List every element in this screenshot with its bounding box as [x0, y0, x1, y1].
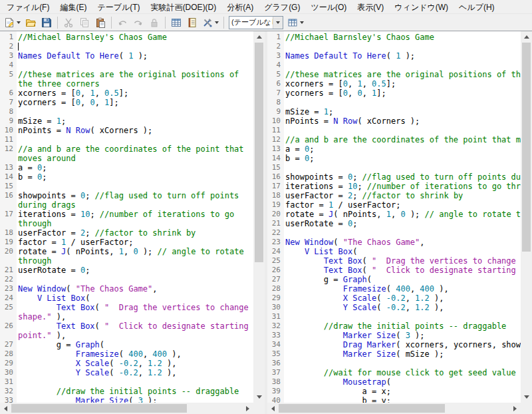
right-horizontal-scrollbar[interactable] — [267, 403, 521, 414]
code-line-text[interactable] — [284, 312, 521, 321]
left-vertical-scrollbar[interactable] — [253, 31, 265, 403]
right-hscroll-right-button[interactable] — [509, 403, 521, 414]
code-line-text[interactable]: Names Default To Here( 1 ); — [284, 51, 521, 61]
code-line[interactable]: 16showpoints = 0; //flag used to turn of… — [267, 172, 521, 182]
code-line[interactable]: 7ycorners = [0, 0, 1]; — [267, 89, 521, 98]
code-line-text[interactable]: Marker Size( mSize ); — [284, 349, 521, 359]
left-hscroll-left-button[interactable] — [0, 403, 11, 414]
code-line[interactable]: 14b = 0; — [267, 154, 521, 163]
code-line-text[interactable]: g = Graph( — [17, 340, 253, 349]
code-line-text[interactable]: X Scale( -0.2, 1.2 ), — [284, 294, 521, 303]
code-line[interactable]: 26 Text Box( " Click to designate starti… — [0, 321, 253, 340]
code-line-text[interactable]: mSize = 1; — [17, 116, 253, 126]
code-line-text[interactable]: //a and b are the coordinates of the poi… — [17, 144, 253, 163]
code-line-text[interactable]: //draw the initial points -- draggable — [17, 387, 253, 396]
code-line[interactable]: 20rotate = J( nPoints, 1, 0 ); // angle … — [0, 247, 253, 266]
redo-button[interactable] — [130, 15, 146, 30]
menu-item-9[interactable]: ヘルプ(H) — [454, 0, 500, 13]
code-line[interactable]: 32 //draw the initial points -- draggabl… — [0, 387, 253, 396]
code-line-text[interactable]: //a and b are the coordinates of the poi… — [284, 135, 521, 144]
code-line-text[interactable] — [17, 42, 253, 51]
code-line-text[interactable]: Framesize( 400, 400 ), — [284, 284, 521, 294]
code-line[interactable]: 32 //draw the initial points -- draggabl… — [267, 321, 521, 331]
code-line[interactable]: 18userFactor = 2; //factor to shrink by — [0, 228, 253, 238]
code-line[interactable]: 6xcorners = [0, 1, 0.5]; — [267, 79, 521, 89]
code-line[interactable]: 33 Marker Size( 3 ); — [0, 396, 253, 403]
code-line-text[interactable] — [17, 135, 253, 144]
right-hscroll-track[interactable] — [279, 403, 509, 414]
code-line-text[interactable]: b = 0; — [17, 172, 253, 182]
code-line-text[interactable] — [284, 98, 521, 107]
code-line-text[interactable]: New Window( "The Chaos Game", — [17, 284, 253, 294]
code-line-text[interactable]: iterations = 10; //number of iterations … — [17, 210, 253, 228]
code-line[interactable]: 40 b = y; — [267, 396, 521, 403]
code-line[interactable]: 1//Michael Barnsley's Chaos Game — [267, 33, 521, 42]
right-vscroll-up-button[interactable] — [521, 31, 532, 43]
code-line[interactable]: 17iterations = 10; //number of iteration… — [0, 210, 253, 228]
code-line-text[interactable] — [284, 126, 521, 135]
right-vscroll-down-button[interactable] — [521, 391, 532, 403]
code-line-text[interactable]: nPoints = N Row( xCorners ); — [284, 116, 521, 126]
menu-item-6[interactable]: ツール(O) — [305, 0, 352, 13]
code-line-text[interactable]: userFactor = 2; //factor to shrink by — [17, 228, 253, 238]
code-line-text[interactable]: Framesize( 400, 400 ), — [17, 349, 253, 359]
code-line-text[interactable]: xcorners = [0, 1, 0.5]; — [17, 89, 253, 98]
code-line[interactable]: 23New Window( "The Chaos Game", — [0, 284, 253, 294]
code-line[interactable]: 10nPoints = N Row( xCorners ); — [267, 116, 521, 126]
code-line[interactable]: 27 g = Graph( — [0, 340, 253, 349]
code-line-text[interactable]: Text Box( " Drag the vertices to change … — [284, 256, 521, 266]
code-line[interactable]: 31 — [0, 377, 253, 387]
code-line[interactable]: 3Names Default To Here( 1 ); — [267, 51, 521, 61]
code-line[interactable]: 28 Framesize( 400, 400 ), — [267, 284, 521, 294]
code-line-text[interactable]: mSize = 1; — [284, 107, 521, 116]
left-vscroll-track[interactable] — [253, 43, 265, 391]
copy-button[interactable] — [76, 15, 92, 30]
code-line[interactable]: 23New Window( "The Chaos Game", — [267, 238, 521, 247]
code-line-text[interactable]: nPoints = N Row( xCorners ); — [17, 126, 253, 135]
code-line-text[interactable]: New Window( "The Chaos Game", — [284, 238, 521, 247]
right-vscroll-track[interactable] — [521, 43, 532, 391]
code-line[interactable]: 22 — [267, 228, 521, 238]
run-script-button[interactable] — [200, 15, 221, 30]
code-line[interactable]: 33 Marker Size( 3 ); — [267, 331, 521, 340]
code-line-text[interactable]: X Scale( -0.2, 1.2 ), — [17, 359, 253, 368]
right-vscroll-thumb[interactable] — [522, 43, 531, 252]
code-line-text[interactable]: V List Box( — [284, 247, 521, 256]
code-line-text[interactable]: Marker Size( 3 ); — [284, 331, 521, 340]
code-line[interactable]: 4 — [0, 61, 253, 70]
left-hscroll-track[interactable] — [11, 403, 242, 414]
code-line[interactable]: 1//Michael Barnsley's Chaos Game — [0, 33, 253, 42]
code-line-text[interactable]: //these matrices are the original positi… — [17, 70, 253, 89]
table-list-button[interactable] — [285, 15, 306, 30]
journal-button[interactable] — [184, 15, 200, 30]
code-line[interactable]: 34 Drag Marker( xcorners, ycorners, show… — [267, 340, 521, 349]
code-line[interactable]: 25 Text Box( " Drag the vertices to chan… — [0, 303, 253, 321]
right-code-area[interactable]: 1//Michael Barnsley's Chaos Game23Names … — [267, 31, 521, 403]
code-line-text[interactable]: userFactor = 2; //factor to shrink by — [284, 191, 521, 200]
code-line[interactable]: 29 X Scale( -0.2, 1.2 ), — [267, 294, 521, 303]
new-script-button[interactable] — [2, 15, 23, 30]
code-line[interactable]: 8 — [267, 98, 521, 107]
code-line-text[interactable]: Text Box( " Drag the vertices to change … — [17, 303, 253, 321]
code-line[interactable]: 18userFactor = 2; //factor to shrink by — [267, 191, 521, 200]
code-line[interactable]: 37 //wait for mouse click to get seed va… — [267, 368, 521, 377]
left-code-area[interactable]: 1//Michael Barnsley's Chaos Game23Names … — [0, 31, 253, 403]
code-line-text[interactable]: b = y; — [284, 396, 521, 403]
save-button[interactable] — [39, 15, 55, 30]
code-line-text[interactable]: Y Scale( -0.2, 1.2 ), — [17, 368, 253, 377]
code-line-text[interactable]: factor = 1 / userFactor; — [17, 238, 253, 247]
table-selector-combo[interactable]: (テーブルなし) — [229, 16, 283, 29]
code-line[interactable]: 8 — [0, 107, 253, 116]
right-hscroll-left-button[interactable] — [267, 403, 279, 414]
code-line-text[interactable]: ycorners = [0, 0, 1]; — [284, 89, 521, 98]
code-line-text[interactable] — [284, 359, 521, 368]
code-line-text[interactable] — [17, 61, 253, 70]
code-line-text[interactable]: rotate = J( nPoints, 1, 0 ); // angle to… — [17, 247, 253, 266]
paste-button[interactable] — [92, 15, 108, 30]
menu-item-4[interactable]: 分析(A) — [221, 0, 259, 13]
code-line-text[interactable]: showpoints = 0; //flag used to turn off … — [284, 172, 521, 182]
code-line-text[interactable] — [284, 61, 521, 70]
left-vscroll-thumb[interactable] — [255, 43, 263, 262]
code-line[interactable]: 14b = 0; — [0, 172, 253, 182]
menu-item-5[interactable]: グラフ(G) — [259, 0, 305, 13]
